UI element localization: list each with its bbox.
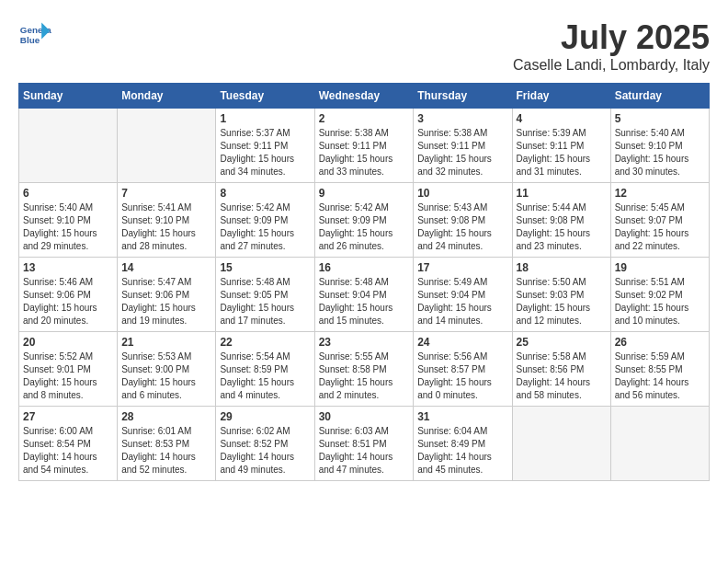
day-info: Sunrise: 6:00 AM Sunset: 8:54 PM Dayligh…	[23, 425, 113, 477]
day-info: Sunrise: 5:43 AM Sunset: 9:08 PM Dayligh…	[417, 201, 507, 253]
day-info: Sunrise: 5:48 AM Sunset: 9:05 PM Dayligh…	[220, 276, 310, 327]
day-info: Sunrise: 5:40 AM Sunset: 9:10 PM Dayligh…	[23, 201, 113, 253]
day-number: 6	[23, 187, 113, 200]
day-number: 22	[220, 336, 310, 349]
calendar-cell	[512, 407, 610, 481]
day-number: 14	[121, 261, 211, 274]
day-info: Sunrise: 5:52 AM Sunset: 9:01 PM Dayligh…	[23, 350, 113, 402]
calendar-cell: 6Sunrise: 5:40 AM Sunset: 9:10 PM Daylig…	[19, 183, 118, 258]
day-number: 29	[220, 410, 310, 423]
day-number: 21	[121, 336, 211, 349]
day-info: Sunrise: 5:39 AM Sunset: 9:11 PM Dayligh…	[517, 127, 607, 178]
title-area: July 2025 Caselle Landi, Lombardy, Italy	[513, 18, 710, 74]
calendar-cell: 30Sunrise: 6:03 AM Sunset: 8:51 PM Dayli…	[314, 407, 414, 481]
day-number: 4	[517, 112, 607, 125]
week-row-5: 27Sunrise: 6:00 AM Sunset: 8:54 PM Dayli…	[19, 407, 710, 481]
calendar-cell	[19, 109, 118, 183]
day-number: 1	[220, 112, 310, 125]
calendar-cell: 13Sunrise: 5:46 AM Sunset: 9:06 PM Dayli…	[19, 258, 118, 332]
day-number: 8	[220, 187, 310, 200]
day-number: 9	[319, 187, 410, 200]
day-info: Sunrise: 5:59 AM Sunset: 8:55 PM Dayligh…	[615, 350, 705, 402]
week-row-4: 20Sunrise: 5:52 AM Sunset: 9:01 PM Dayli…	[19, 332, 710, 407]
day-info: Sunrise: 5:48 AM Sunset: 9:04 PM Dayligh…	[319, 276, 410, 327]
calendar-cell: 11Sunrise: 5:44 AM Sunset: 9:08 PM Dayli…	[512, 183, 610, 258]
calendar-cell: 26Sunrise: 5:59 AM Sunset: 8:55 PM Dayli…	[610, 332, 709, 407]
calendar-cell: 28Sunrise: 6:01 AM Sunset: 8:53 PM Dayli…	[118, 407, 216, 481]
weekday-header-friday: Friday	[512, 84, 610, 109]
header: General Blue July 2025 Caselle Landi, Lo…	[18, 18, 710, 74]
weekday-header-thursday: Thursday	[414, 84, 512, 109]
day-info: Sunrise: 5:38 AM Sunset: 9:11 PM Dayligh…	[319, 127, 410, 178]
day-number: 25	[517, 336, 607, 349]
day-info: Sunrise: 5:47 AM Sunset: 9:06 PM Dayligh…	[121, 276, 211, 327]
day-info: Sunrise: 5:42 AM Sunset: 9:09 PM Dayligh…	[319, 201, 410, 253]
day-number: 12	[615, 187, 705, 200]
calendar-cell: 1Sunrise: 5:37 AM Sunset: 9:11 PM Daylig…	[216, 109, 314, 183]
week-row-2: 6Sunrise: 5:40 AM Sunset: 9:10 PM Daylig…	[19, 183, 710, 258]
calendar-cell: 23Sunrise: 5:55 AM Sunset: 8:58 PM Dayli…	[314, 332, 414, 407]
day-info: Sunrise: 5:54 AM Sunset: 8:59 PM Dayligh…	[220, 350, 310, 402]
day-info: Sunrise: 6:03 AM Sunset: 8:51 PM Dayligh…	[319, 425, 410, 477]
day-info: Sunrise: 5:53 AM Sunset: 9:00 PM Dayligh…	[121, 350, 211, 402]
day-info: Sunrise: 5:40 AM Sunset: 9:10 PM Dayligh…	[615, 127, 705, 178]
day-info: Sunrise: 5:56 AM Sunset: 8:57 PM Dayligh…	[417, 350, 507, 402]
day-number: 7	[121, 187, 211, 200]
calendar-cell: 9Sunrise: 5:42 AM Sunset: 9:09 PM Daylig…	[314, 183, 414, 258]
calendar-cell: 12Sunrise: 5:45 AM Sunset: 9:07 PM Dayli…	[610, 183, 709, 258]
day-info: Sunrise: 5:51 AM Sunset: 9:02 PM Dayligh…	[615, 276, 705, 327]
day-number: 11	[517, 187, 607, 200]
day-info: Sunrise: 5:38 AM Sunset: 9:11 PM Dayligh…	[417, 127, 507, 178]
day-number: 5	[615, 112, 705, 125]
day-number: 20	[23, 336, 113, 349]
day-info: Sunrise: 5:50 AM Sunset: 9:03 PM Dayligh…	[517, 276, 607, 327]
calendar-cell: 19Sunrise: 5:51 AM Sunset: 9:02 PM Dayli…	[610, 258, 709, 332]
day-info: Sunrise: 5:45 AM Sunset: 9:07 PM Dayligh…	[615, 201, 705, 253]
calendar-cell: 27Sunrise: 6:00 AM Sunset: 8:54 PM Dayli…	[19, 407, 118, 481]
weekday-header-sunday: Sunday	[19, 84, 118, 109]
weekday-header-row: SundayMondayTuesdayWednesdayThursdayFrid…	[19, 84, 710, 109]
day-info: Sunrise: 5:46 AM Sunset: 9:06 PM Dayligh…	[23, 276, 113, 327]
logo-icon: General Blue	[18, 18, 51, 52]
calendar-cell: 7Sunrise: 5:41 AM Sunset: 9:10 PM Daylig…	[118, 183, 216, 258]
calendar-cell: 29Sunrise: 6:02 AM Sunset: 8:52 PM Dayli…	[216, 407, 314, 481]
weekday-header-tuesday: Tuesday	[216, 84, 314, 109]
day-info: Sunrise: 5:42 AM Sunset: 9:09 PM Dayligh…	[220, 201, 310, 253]
calendar-cell: 14Sunrise: 5:47 AM Sunset: 9:06 PM Dayli…	[118, 258, 216, 332]
day-number: 16	[319, 261, 410, 274]
day-number: 31	[417, 410, 507, 423]
day-number: 30	[319, 410, 410, 423]
calendar-cell: 5Sunrise: 5:40 AM Sunset: 9:10 PM Daylig…	[610, 109, 709, 183]
calendar-cell: 10Sunrise: 5:43 AM Sunset: 9:08 PM Dayli…	[414, 183, 512, 258]
week-row-3: 13Sunrise: 5:46 AM Sunset: 9:06 PM Dayli…	[19, 258, 710, 332]
calendar-cell: 21Sunrise: 5:53 AM Sunset: 9:00 PM Dayli…	[118, 332, 216, 407]
calendar-cell: 24Sunrise: 5:56 AM Sunset: 8:57 PM Dayli…	[414, 332, 512, 407]
svg-text:Blue: Blue	[20, 35, 40, 45]
day-number: 28	[121, 410, 211, 423]
calendar-cell: 18Sunrise: 5:50 AM Sunset: 9:03 PM Dayli…	[512, 258, 610, 332]
day-number: 17	[417, 261, 507, 274]
day-number: 19	[615, 261, 705, 274]
week-row-1: 1Sunrise: 5:37 AM Sunset: 9:11 PM Daylig…	[19, 109, 710, 183]
logo: General Blue	[18, 18, 55, 52]
day-info: Sunrise: 6:01 AM Sunset: 8:53 PM Dayligh…	[121, 425, 211, 477]
day-number: 15	[220, 261, 310, 274]
calendar-cell: 8Sunrise: 5:42 AM Sunset: 9:09 PM Daylig…	[216, 183, 314, 258]
calendar-cell: 15Sunrise: 5:48 AM Sunset: 9:05 PM Dayli…	[216, 258, 314, 332]
day-info: Sunrise: 5:55 AM Sunset: 8:58 PM Dayligh…	[319, 350, 410, 402]
calendar-cell	[118, 109, 216, 183]
weekday-header-saturday: Saturday	[610, 84, 709, 109]
day-number: 27	[23, 410, 113, 423]
calendar-cell: 20Sunrise: 5:52 AM Sunset: 9:01 PM Dayli…	[19, 332, 118, 407]
calendar-cell	[610, 407, 709, 481]
day-info: Sunrise: 5:58 AM Sunset: 8:56 PM Dayligh…	[517, 350, 607, 402]
calendar-cell: 22Sunrise: 5:54 AM Sunset: 8:59 PM Dayli…	[216, 332, 314, 407]
calendar-cell: 25Sunrise: 5:58 AM Sunset: 8:56 PM Dayli…	[512, 332, 610, 407]
location-title: Caselle Landi, Lombardy, Italy	[513, 57, 710, 74]
day-info: Sunrise: 5:37 AM Sunset: 9:11 PM Dayligh…	[220, 127, 310, 178]
calendar-cell: 3Sunrise: 5:38 AM Sunset: 9:11 PM Daylig…	[414, 109, 512, 183]
day-number: 10	[417, 187, 507, 200]
day-number: 2	[319, 112, 410, 125]
calendar-cell: 16Sunrise: 5:48 AM Sunset: 9:04 PM Dayli…	[314, 258, 414, 332]
day-info: Sunrise: 6:02 AM Sunset: 8:52 PM Dayligh…	[220, 425, 310, 477]
